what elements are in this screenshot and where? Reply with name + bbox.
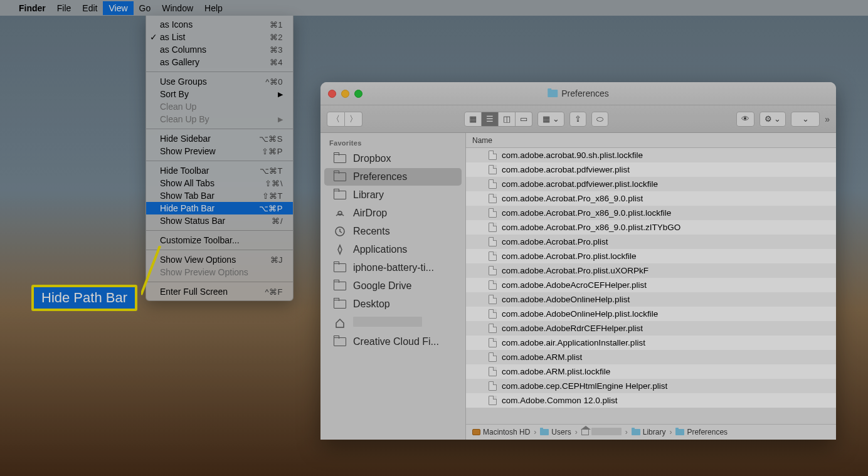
file-row[interactable]: com.adobe.AdobeRdrCEFHelper.plist bbox=[466, 321, 836, 336]
menubar-app[interactable]: Finder bbox=[19, 3, 46, 13]
share-button[interactable]: ⇪ bbox=[569, 112, 586, 127]
folder-icon bbox=[333, 171, 347, 182]
icon-view-button[interactable]: ▦ bbox=[464, 112, 482, 127]
column-view-button[interactable]: ◫ bbox=[499, 112, 516, 127]
menu-item[interactable]: Hide Toolbar⌥⌘T bbox=[146, 164, 293, 177]
menubar-edit[interactable]: Edit bbox=[82, 3, 97, 13]
gallery-view-button[interactable]: ▭ bbox=[516, 112, 532, 127]
airdrop-icon bbox=[333, 208, 347, 219]
menu-item[interactable]: Enter Full Screen^⌘F bbox=[146, 285, 293, 298]
file-row[interactable]: com.adobe.acrobat.pdfviewer.plist.lockfi… bbox=[466, 177, 836, 191]
file-name: com.adobe.cep.CEPHtmlEngine Helper.plist bbox=[502, 381, 667, 391]
file-row[interactable]: com.Adobe.Common 12.0.plist bbox=[466, 393, 836, 408]
titlebar[interactable]: Preferences bbox=[320, 82, 836, 105]
document-icon bbox=[489, 266, 497, 275]
sidebar-item[interactable]: Dropbox bbox=[324, 150, 462, 167]
list-view-button[interactable]: ☰ bbox=[482, 112, 499, 127]
maximize-button[interactable] bbox=[354, 90, 363, 98]
menu-item[interactable]: ✓as List⌘2 bbox=[146, 31, 293, 43]
menu-item[interactable]: Sort By▶ bbox=[146, 88, 293, 100]
quicklook-button[interactable]: 👁 bbox=[736, 112, 754, 127]
file-row[interactable]: com.adobe.ARM.plist bbox=[466, 350, 836, 364]
sidebar-item[interactable]: Library bbox=[324, 186, 462, 204]
sidebar-item[interactable]: iphone-battery-ti... bbox=[324, 259, 462, 277]
sidebar-item[interactable]: AirDrop bbox=[324, 204, 462, 222]
file-row[interactable]: com.adobe.air.ApplicationInstaller.plist bbox=[466, 336, 836, 350]
menu-item[interactable]: Customize Toolbar... bbox=[146, 234, 293, 246]
menu-item[interactable]: Show View Options⌘J bbox=[146, 253, 293, 266]
forward-button[interactable]: 〉 bbox=[345, 112, 363, 127]
finder-window: Preferences 〈 〉 ▦ ☰ ◫ ▭ ▦ ⌄ ⇪ ⬭ 👁 ⚙ ⌄ ⌄ … bbox=[320, 82, 836, 440]
menu-item[interactable]: as Gallery⌘4 bbox=[146, 56, 293, 68]
menu-item[interactable]: Show All Tabs⇧⌘\ bbox=[146, 177, 293, 189]
action-button[interactable]: ⚙ ⌄ bbox=[760, 112, 786, 127]
path-segment[interactable]: Preferences bbox=[675, 428, 728, 436]
tags-button[interactable]: ⬭ bbox=[591, 112, 608, 127]
sidebar-item-label bbox=[353, 317, 422, 329]
sidebar-item[interactable]: Desktop bbox=[324, 295, 462, 313]
menu-item[interactable]: Use Groups^⌘0 bbox=[146, 75, 293, 88]
sidebar-item[interactable]: Creative Cloud Fi... bbox=[324, 333, 462, 351]
file-row[interactable]: com.adobe.AdobeOnlineHelp.plist bbox=[466, 292, 836, 307]
sidebar-item[interactable]: Preferences bbox=[324, 168, 462, 186]
menubar-help[interactable]: Help bbox=[204, 3, 223, 13]
path-segment[interactable]: Users bbox=[540, 428, 571, 436]
file-row[interactable]: com.adobe.acrobat.90.sh.plist.lockfile bbox=[466, 148, 836, 162]
column-name[interactable]: Name bbox=[472, 136, 492, 145]
search-button[interactable]: ⌄ bbox=[791, 112, 820, 127]
sidebar-item[interactable] bbox=[324, 314, 462, 332]
sidebar-item[interactable]: Applications bbox=[324, 241, 462, 258]
file-row[interactable]: com.adobe.AdobeAcroCEFHelper.plist bbox=[466, 278, 836, 292]
window-title-text: Preferences bbox=[561, 88, 608, 98]
window-controls bbox=[328, 90, 363, 98]
file-list[interactable]: com.adobe.acrobat.90.sh.plist.lockfileco… bbox=[466, 148, 836, 424]
menu-item[interactable]: Show Status Bar⌘/ bbox=[146, 214, 293, 227]
close-button[interactable] bbox=[328, 90, 336, 98]
file-row[interactable]: com.adobe.Acrobat.Pro_x86_9.0.plist bbox=[466, 191, 836, 206]
sidebar-item-label: AirDrop bbox=[353, 208, 387, 219]
path-segment[interactable] bbox=[581, 428, 622, 437]
menubar-window[interactable]: Window bbox=[162, 3, 193, 13]
back-button[interactable]: 〈 bbox=[327, 112, 345, 127]
sidebar-item[interactable]: Google Drive bbox=[324, 277, 462, 295]
document-icon bbox=[489, 280, 497, 290]
file-name: com.adobe.AdobeOnlineHelp.plist bbox=[502, 295, 630, 304]
menu-item[interactable]: Hide Sidebar⌥⌘S bbox=[146, 132, 293, 145]
sidebar-item-label: Preferences bbox=[353, 171, 407, 182]
minimize-button[interactable] bbox=[341, 90, 349, 98]
file-row[interactable]: com.adobe.Acrobat.Pro_x86_9.0.plist.lock… bbox=[466, 206, 836, 220]
document-icon bbox=[489, 151, 497, 160]
file-row[interactable]: com.adobe.acrobat.pdfviewer.plist bbox=[466, 162, 836, 177]
document-icon bbox=[489, 251, 497, 261]
file-row[interactable]: com.adobe.cep.CEPHtmlEngine Helper.plist bbox=[466, 379, 836, 393]
file-name: com.adobe.air.ApplicationInstaller.plist bbox=[502, 338, 645, 347]
menubar-file[interactable]: File bbox=[57, 3, 71, 13]
file-row[interactable]: com.adobe.ARM.plist.lockfile bbox=[466, 364, 836, 379]
sidebar-item-label: Desktop bbox=[353, 299, 390, 310]
column-header[interactable]: Name bbox=[466, 133, 836, 148]
sidebar-item[interactable]: Recents bbox=[324, 223, 462, 240]
document-icon bbox=[489, 223, 497, 232]
file-name: com.adobe.AdobeRdrCEFHelper.plist bbox=[502, 324, 643, 333]
file-row[interactable]: com.adobe.Acrobat.Pro.plist bbox=[466, 235, 836, 249]
menu-item[interactable]: Show Tab Bar⇧⌘T bbox=[146, 189, 293, 202]
sidebar: Favorites DropboxPreferencesLibraryAirDr… bbox=[320, 133, 466, 440]
menubar-go[interactable]: Go bbox=[139, 3, 151, 13]
sidebar-item-label: Creative Cloud Fi... bbox=[353, 336, 439, 347]
menubar-view[interactable]: View bbox=[103, 1, 133, 15]
file-row[interactable]: com.adobe.AdobeOnlineHelp.plist.lockfile bbox=[466, 307, 836, 321]
group-by-button[interactable]: ▦ ⌄ bbox=[537, 112, 564, 127]
menu-item[interactable]: as Columns⌘3 bbox=[146, 43, 293, 56]
menu-item[interactable]: Hide Path Bar⌥⌘P bbox=[146, 202, 293, 214]
menu-item[interactable]: Show Preview⇧⌘P bbox=[146, 145, 293, 157]
menu-item[interactable]: as Icons⌘1 bbox=[146, 18, 293, 31]
file-row[interactable]: com.adobe.Acrobat.Pro.plist.lockfile bbox=[466, 249, 836, 263]
overflow-icon[interactable]: » bbox=[825, 114, 830, 124]
path-segment[interactable]: Library bbox=[632, 428, 666, 436]
path-bar[interactable]: Macintosh HD›Users››Library›Preferences bbox=[466, 424, 836, 440]
path-segment[interactable]: Macintosh HD bbox=[472, 428, 530, 436]
file-row[interactable]: com.adobe.Acrobat.Pro.plist.uXORPkF bbox=[466, 263, 836, 278]
sidebar-item-label: Recents bbox=[353, 226, 390, 237]
file-row[interactable]: com.adobe.Acrobat.Pro_x86_9.0.plist.zITY… bbox=[466, 220, 836, 235]
file-name: com.adobe.acrobat.90.sh.plist.lockfile bbox=[502, 151, 643, 160]
